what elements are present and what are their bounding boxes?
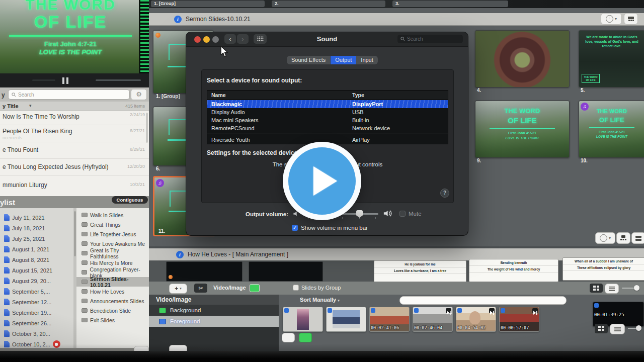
playlist-date-item[interactable]: August 29, 20... <box>0 276 73 286</box>
media-thumbnail[interactable] <box>326 307 366 332</box>
volume-slider-thumb[interactable] <box>356 210 363 218</box>
strip-slide-cell[interactable]: 2. <box>272 1 385 7</box>
playlist-item[interactable]: Great Things <box>76 220 149 229</box>
playlist-date-item[interactable]: July 11, 2021 <box>0 212 73 223</box>
list-view-toggle[interactable] <box>610 324 625 334</box>
video-play-button-overlay[interactable] <box>283 142 361 220</box>
library-search-input[interactable]: Search <box>8 89 130 100</box>
grid-view-button[interactable] <box>624 13 638 25</box>
bin-action-button[interactable] <box>282 333 295 342</box>
device-row-selected[interactable]: Blackmagic DisplayPort <box>207 100 448 108</box>
thumbnail-size-slider[interactable] <box>628 328 641 329</box>
slide-label: 6. <box>156 166 160 171</box>
video-image-toolbar-label: Video/Image <box>213 285 246 291</box>
device-table-header[interactable]: Name Type <box>207 90 448 100</box>
slides-by-group-checkbox[interactable] <box>293 285 299 291</box>
list-view-toggle[interactable] <box>605 284 619 294</box>
green-color-swatch[interactable] <box>250 284 260 292</box>
media-thumbnail[interactable] <box>283 307 323 332</box>
display-button[interactable] <box>616 232 630 244</box>
slider-knob[interactable] <box>636 325 641 331</box>
window-titlebar[interactable]: ‹ › Sound Search <box>186 32 468 47</box>
playlist-item[interactable]: Great Is Thy Faithfulness <box>76 248 149 258</box>
library-settings-button[interactable]: ⚙ <box>131 89 147 100</box>
background-bin-item[interactable]: Background <box>149 305 279 316</box>
arrangement-lyric-slide[interactable]: He is jealous for me Loves like a hurric… <box>374 260 466 284</box>
media-thumbnail[interactable]: 00:04:54:02 <box>456 307 496 332</box>
strip-slide-cell[interactable]: 3. <box>392 1 508 7</box>
arrangement-lyric-slide[interactable]: Bending beneath The weight of His wind a… <box>469 259 558 282</box>
window-search-input[interactable]: Search <box>397 35 463 43</box>
slider-knob[interactable] <box>634 285 639 291</box>
help-button[interactable]: ? <box>440 189 449 198</box>
tab-sound-effects[interactable]: Sound Effects <box>287 56 331 64</box>
stage-preview[interactable]: THE WORD OF LIFE First John 4:7-21 LOVE … <box>0 0 149 73</box>
slide-thumbnail-9[interactable]: THE WORD OF LIFE First John 4:7-21 LOVE … <box>475 101 570 158</box>
slide-thumbnail-4[interactable] <box>475 30 570 87</box>
playlist-date-item[interactable]: October 3, 20... <box>0 328 73 339</box>
mute-checkbox[interactable] <box>399 211 406 217</box>
pause-icon[interactable] <box>61 77 69 86</box>
playlist-date-item[interactable]: September 19... <box>0 307 73 318</box>
show-volume-checkbox[interactable]: ✓ <box>292 225 298 231</box>
playlist-item[interactable]: Announcements Slides <box>76 296 149 306</box>
bin-go-button[interactable] <box>299 333 312 342</box>
group-color-dot <box>155 33 160 38</box>
cut-button[interactable]: ✂ <box>194 284 207 293</box>
preview-title-line2: OF LIFE <box>0 12 141 32</box>
playlist-date-item[interactable]: August 8, 2021 <box>0 254 73 265</box>
device-row[interactable]: RemotePCSound Network device <box>207 124 448 132</box>
tab-input[interactable]: Input <box>356 56 377 64</box>
playlist-item[interactable]: Exit Slides <box>76 315 149 325</box>
library-scrollbar[interactable] <box>146 113 148 143</box>
library-song-row[interactable]: Now Is The Time To Worship 2/24/19 <box>0 111 149 125</box>
playlist-item-selected[interactable]: Sermon Slides-10.10.21 <box>76 277 149 287</box>
media-thumbnail[interactable]: 00:00:57:07 <box>499 307 539 332</box>
timer-button[interactable]: ▾ <box>595 232 615 244</box>
playlist-date-item[interactable]: July 18, 2021 <box>0 223 73 233</box>
playlist-item[interactable]: Life Together-Jesus <box>76 229 149 239</box>
media-search-input[interactable] <box>399 296 567 305</box>
thumbnail-size-slider[interactable] <box>622 288 639 289</box>
tab-output[interactable]: Output <box>331 56 356 64</box>
playlist-item[interactable]: Benediction Slide <box>76 306 149 315</box>
slide-thumbnail-10[interactable]: ♫ THE WORD OF LIFE First John 4:7-21 LOV… <box>579 101 644 158</box>
arrangement-lyric-slide[interactable]: When all of a sudden I am unaware of The… <box>562 257 644 281</box>
playlist-date-item[interactable]: July 25, 2021 <box>0 233 73 244</box>
slide-thumbnail-5[interactable]: We are made to abide in God's love, vess… <box>579 30 644 87</box>
library-song-row[interactable]: e Thou Long Expected Jesus (Hyfrydol) 12… <box>0 158 149 176</box>
media-badge-icon <box>414 308 419 313</box>
arrangement-slide-blank[interactable] <box>166 261 243 282</box>
add-slide-button[interactable]: + ▾ <box>169 284 187 294</box>
strip-slide-cell[interactable]: 1. [Group] <box>151 1 265 7</box>
playlist-item[interactable]: How He Loves <box>76 287 149 296</box>
device-row[interactable]: Display Audio USB <box>207 108 448 116</box>
chevron-down-icon: ▾ <box>180 287 182 291</box>
media-thumbnail[interactable]: 00:02:41:06 <box>369 307 410 332</box>
library-song-row[interactable]: People Of The Risen King 6/27/21 ncement… <box>0 125 149 142</box>
sort-manually-dropdown[interactable]: Sort Manually ▾ <box>300 297 340 303</box>
info-icon[interactable]: i <box>176 251 184 258</box>
playlist-date-item[interactable]: August 15, 2021 <box>0 265 73 276</box>
library-sort-header[interactable]: y Title ▾ 415 items <box>0 102 149 111</box>
playlist-date-item[interactable]: September 26... <box>0 318 73 328</box>
info-icon[interactable]: i <box>174 16 182 23</box>
playlist-date-item[interactable]: August 1, 2021 <box>0 244 73 254</box>
media-badge-icon <box>594 303 599 308</box>
timer-button[interactable]: ▾ <box>601 13 622 25</box>
arrangement-slide-blank[interactable] <box>249 261 323 282</box>
grid-view-button[interactable] <box>631 232 644 244</box>
library-song-row[interactable]: mmunion Liturgy 10/3/21 <box>0 175 149 196</box>
grid-view-toggle[interactable] <box>590 284 603 293</box>
grid-view-toggle[interactable] <box>595 324 608 333</box>
media-thumbnail[interactable]: 00:01:39:25 <box>593 302 644 327</box>
playlist-date-item[interactable]: September 12... <box>0 297 73 307</box>
playlist-date-item[interactable]: September 5,... <box>0 286 73 297</box>
video-progress-bar[interactable] <box>96 79 141 81</box>
library-song-row[interactable]: e Thou Fount 8/29/21 <box>0 142 149 159</box>
playlist-item[interactable]: Walk In Slides <box>76 210 149 220</box>
device-row[interactable]: Mac mini Speakers Built-in <box>207 116 448 124</box>
foreground-bin-item-selected[interactable]: Foreground <box>149 316 279 327</box>
library-panel: y Search ⚙ y Title ▾ 415 items Now Is Th… <box>0 87 149 196</box>
media-thumbnail[interactable]: 00:02:46:04 <box>413 307 453 332</box>
